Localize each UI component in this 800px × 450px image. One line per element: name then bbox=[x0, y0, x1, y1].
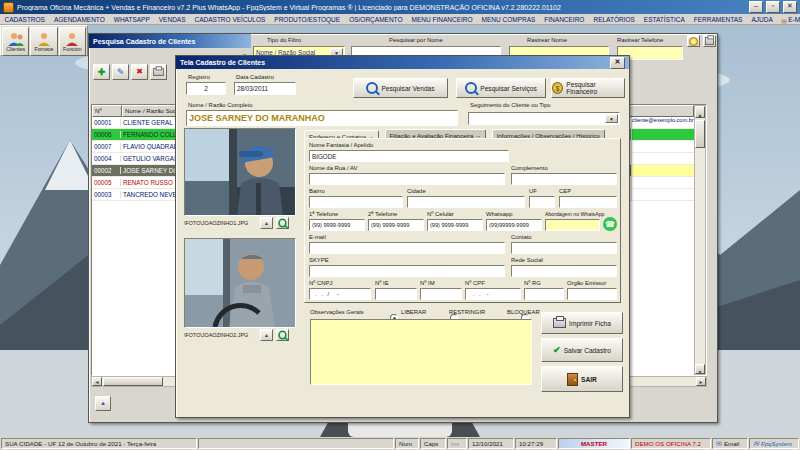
contato-field[interactable] bbox=[511, 242, 617, 254]
salvar-cadastro-button[interactable]: Salvar Cadastro bbox=[541, 338, 623, 362]
toolbar-funcionario-button[interactable]: Funcion bbox=[59, 27, 86, 56]
radio-liberar-label[interactable]: LIBERAR bbox=[401, 309, 426, 315]
status-num: Num bbox=[395, 438, 419, 449]
menu-estatistica[interactable]: ESTATÍSTICA bbox=[639, 16, 689, 23]
printer-icon bbox=[553, 318, 566, 328]
menu-cadastro-veiculos[interactable]: CADASTRO VEÍCULOS bbox=[190, 16, 270, 23]
tips-button[interactable] bbox=[687, 35, 700, 47]
complemento-field[interactable] bbox=[511, 173, 617, 185]
menu-email[interactable]: E-MAIL bbox=[787, 16, 800, 23]
cnpj-field[interactable]: . . / - bbox=[309, 288, 371, 300]
cidade-label: Cidade bbox=[407, 188, 426, 194]
scroll-thumb[interactable] bbox=[695, 120, 705, 148]
whatsapp-icon[interactable] bbox=[603, 217, 617, 231]
toolbar-funcionario-label: Funcion bbox=[63, 46, 81, 52]
menu-financeiro[interactable]: FINANCEIRO bbox=[540, 16, 589, 23]
radio-bloquear-label[interactable]: BLOQUEAR bbox=[507, 309, 540, 315]
scroll-right-button[interactable]: ► bbox=[696, 377, 706, 386]
maximize-button[interactable]: ▫ bbox=[766, 1, 780, 13]
tel1-field[interactable]: (99) 9999-9999 bbox=[309, 219, 365, 231]
menu-ferramentas[interactable]: FERRAMENTAS bbox=[689, 16, 747, 23]
add-client-button[interactable] bbox=[93, 64, 110, 80]
pesquisar-servicos-label: Pesquisar Serviços bbox=[480, 85, 536, 92]
data-cadastro-field[interactable]: 28/03/2011 bbox=[234, 82, 296, 95]
sair-label: SAIR bbox=[581, 376, 597, 383]
abordagem-label: Abordagem no WhatsApp bbox=[545, 211, 604, 217]
h-scroll-thumb[interactable] bbox=[103, 377, 163, 386]
pesquisar-servicos-button[interactable]: Pesquisar Serviços bbox=[456, 78, 546, 98]
edit-client-button[interactable] bbox=[112, 64, 129, 80]
menu-ajuda[interactable]: AJUDA bbox=[747, 16, 777, 23]
cell-num: 00006 bbox=[92, 131, 121, 138]
bairro-field[interactable] bbox=[309, 196, 403, 208]
fantasia-field[interactable]: BIGODE bbox=[309, 150, 509, 162]
menu-menu-financeiro[interactable]: MENU FINANCEIRO bbox=[407, 16, 477, 23]
pesquisar-vendas-button[interactable]: Pesquisar Vendas bbox=[353, 78, 448, 98]
dialog-title-bar[interactable]: Tela Cadastro de Clientes ✕ bbox=[176, 56, 629, 69]
scroll-up-button[interactable] bbox=[695, 106, 705, 118]
search-window-title-bar[interactable]: Pesquisa Cadastro de Clientes bbox=[89, 34, 251, 48]
navigate-top-button[interactable] bbox=[95, 396, 111, 411]
cpf-field[interactable]: . . - bbox=[465, 288, 521, 300]
cell-email-empty bbox=[632, 153, 697, 165]
delete-client-button[interactable] bbox=[131, 64, 148, 80]
whatsapp-field[interactable]: (99)99999-9999 bbox=[486, 219, 542, 231]
cell-num: 00003 bbox=[92, 191, 121, 198]
print-client-button[interactable] bbox=[150, 64, 167, 80]
scroll-left-button[interactable]: ◄ bbox=[92, 377, 102, 386]
col-header-num[interactable]: Nº bbox=[92, 105, 122, 117]
menu-agendamento[interactable]: AGENDAMENTO bbox=[49, 16, 109, 23]
ie-field[interactable] bbox=[375, 288, 417, 300]
imprimir-ficha-button[interactable]: Imprimir Ficha bbox=[541, 312, 623, 334]
menu-whatsapp[interactable]: WHATSAPP bbox=[109, 16, 154, 23]
toolbar-clientes-label: Clientes bbox=[6, 46, 25, 52]
menu-cadastros[interactable]: CADASTROS bbox=[0, 16, 49, 23]
uf-field[interactable] bbox=[529, 196, 555, 208]
celular-field[interactable]: (99) 9999-9999 bbox=[427, 219, 483, 231]
magnifier-icon bbox=[278, 331, 286, 340]
sair-button[interactable]: SAIR bbox=[541, 366, 623, 392]
toolbar-clientes-button[interactable]: Clientes bbox=[2, 27, 29, 56]
tel2-field[interactable]: (99) 9999-9999 bbox=[368, 219, 424, 231]
minimize-button[interactable]: – bbox=[749, 1, 763, 13]
im-field[interactable] bbox=[420, 288, 462, 300]
application-window: Programa Oficina Mecânica + Vendas e Fin… bbox=[0, 0, 800, 450]
dialog-close-button[interactable]: ✕ bbox=[610, 57, 625, 69]
photo2-view-button[interactable] bbox=[276, 329, 289, 341]
app-title-bar[interactable]: Programa Oficina Mecânica + Vendas e Fin… bbox=[0, 0, 800, 14]
eject-icon bbox=[264, 220, 269, 227]
photo2-load-button[interactable] bbox=[260, 329, 273, 341]
observacoes-textarea[interactable] bbox=[310, 319, 532, 385]
menu-vendas[interactable]: VENDAS bbox=[154, 16, 190, 23]
plus-icon bbox=[98, 68, 106, 77]
printer-icon bbox=[705, 37, 714, 45]
registro-field[interactable]: 2 bbox=[186, 82, 226, 95]
rede-social-field[interactable] bbox=[511, 265, 617, 277]
status-email[interactable]: Email bbox=[712, 438, 748, 449]
orgao-emissor-field[interactable] bbox=[567, 288, 617, 300]
menu-relatorios[interactable]: RELATÓRIOS bbox=[589, 16, 639, 23]
chevron-down-icon[interactable]: ▼ bbox=[605, 114, 618, 123]
abordagem-field[interactable] bbox=[545, 219, 600, 231]
print-list-button[interactable] bbox=[703, 35, 716, 47]
photo1-load-button[interactable] bbox=[260, 217, 273, 229]
status-email-label: Email bbox=[724, 440, 739, 447]
cep-field[interactable] bbox=[559, 196, 617, 208]
toolbar-fornecedor-button[interactable]: Fornece bbox=[30, 27, 57, 56]
vertical-scrollbar[interactable] bbox=[694, 105, 706, 375]
rua-field[interactable] bbox=[309, 173, 505, 185]
cidade-field[interactable] bbox=[407, 196, 525, 208]
main-toolbar: Clientes Fornece Funcion bbox=[0, 25, 88, 56]
salvar-cadastro-label: Salvar Cadastro bbox=[564, 347, 611, 354]
rg-field[interactable] bbox=[524, 288, 564, 300]
photo1-view-button[interactable] bbox=[276, 217, 289, 229]
pesquisar-financeiro-button[interactable]: $ Pesquisar Financeiro bbox=[551, 78, 625, 98]
menu-menu-compras[interactable]: MENU COMPRAS bbox=[477, 16, 540, 23]
email-field[interactable] bbox=[309, 242, 505, 254]
radio-restringir-label[interactable]: RESTRINGIR bbox=[449, 309, 485, 315]
menu-produto-estoque[interactable]: PRODUTO/ESTOQUE bbox=[270, 16, 345, 23]
scroll-down-button[interactable] bbox=[695, 364, 705, 374]
menu-os-orcamento[interactable]: OS/ORÇAMENTO bbox=[345, 16, 407, 23]
fantasia-label: Nome Fantasia / Apelido bbox=[309, 142, 373, 148]
skype-field[interactable] bbox=[309, 265, 505, 277]
